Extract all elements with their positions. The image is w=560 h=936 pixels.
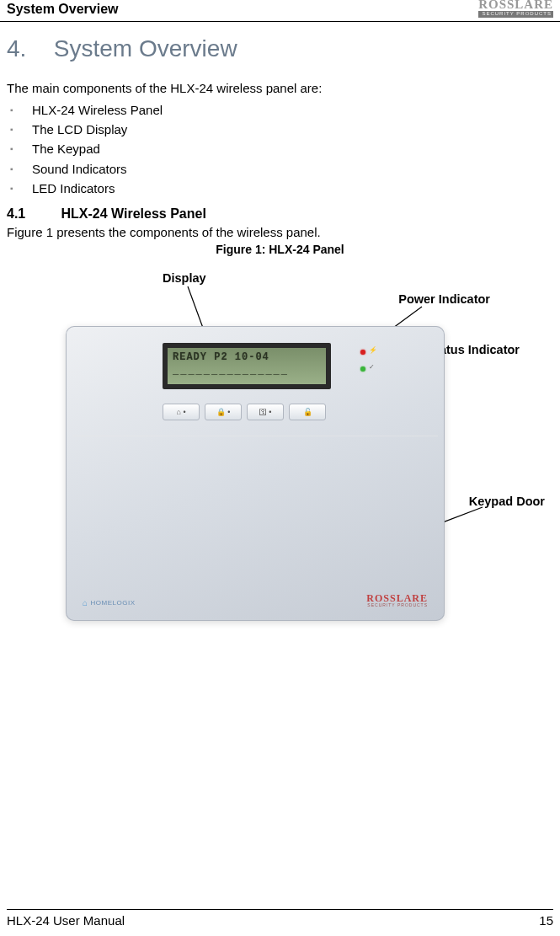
- chapter-heading: 4. System Overview: [7, 35, 553, 62]
- house-icon: ⌂: [83, 598, 88, 607]
- panel-brand-left-text: HOMELOGIX: [91, 599, 136, 607]
- list-item: LED Indicators: [8, 179, 553, 198]
- unlock-button-icon: 🔓: [289, 404, 326, 420]
- footer-page-number: 15: [539, 913, 553, 928]
- annotation-display: Display: [163, 271, 206, 285]
- page-content: 4. System Overview The main components o…: [0, 22, 560, 676]
- page-header: System Overview ROSSLARE SECURITY PRODUC…: [0, 0, 560, 22]
- footer-manual-name: HLX-24 User Manual: [7, 913, 125, 928]
- lcd-line-2: _______________: [173, 365, 321, 378]
- chapter-number: 4.: [7, 35, 47, 62]
- subsection-title: HLX-24 Wireless Panel: [61, 206, 205, 221]
- list-item: Sound Indicators: [8, 159, 553, 179]
- key-button-icon: ⚿ •: [247, 404, 284, 420]
- home-arm-button-icon: ⌂ •: [163, 404, 200, 420]
- logo-brand-tagline: SECURITY PRODUCTS: [478, 11, 553, 18]
- components-list: HLX-24 Wireless Panel The LCD Display Th…: [8, 100, 553, 198]
- panel-brand-left: ⌂ HOMELOGIX: [83, 598, 136, 607]
- plug-icon: ⚡: [369, 346, 377, 354]
- panel-brand-right: ROSSLARE SECURITY PRODUCTS: [366, 593, 428, 607]
- status-led-icon: [360, 366, 365, 372]
- lcd-screen: READY P2 10-04 _______________: [168, 348, 326, 384]
- page-footer: HLX-24 User Manual 15: [7, 909, 553, 928]
- subsection-intro: Figure 1 presents the components of the …: [7, 225, 553, 239]
- chapter-title: System Overview: [54, 35, 237, 62]
- annotation-keypad-door: Keypad Door: [469, 495, 545, 508]
- lcd-line-1: READY P2 10-04: [173, 351, 321, 365]
- list-item: HLX-24 Wireless Panel: [8, 100, 553, 120]
- device-panel-illustration: READY P2 10-04 _______________ ⚡ ✓ ⌂ • 🔒…: [66, 326, 445, 621]
- intro-paragraph: The main components of the HLX-24 wirele…: [7, 81, 553, 95]
- lock-button-icon: 🔒 •: [205, 404, 242, 420]
- subsection-heading: 4.1 HLX-24 Wireless Panel: [7, 206, 553, 222]
- list-item: The Keypad: [8, 139, 553, 158]
- list-item: The LCD Display: [8, 120, 553, 139]
- subsection-number: 4.1: [7, 206, 57, 222]
- lcd-frame: READY P2 10-04 _______________: [163, 343, 331, 389]
- figure-caption: Figure 1: HLX-24 Panel: [7, 243, 553, 256]
- header-brand-logo: ROSSLARE SECURITY PRODUCTS: [478, 0, 553, 18]
- power-led-icon: [360, 350, 365, 355]
- keypad-door-seam: [72, 436, 438, 436]
- header-section-title: System Overview: [7, 2, 119, 17]
- checkmark-icon: ✓: [369, 363, 375, 371]
- logo-brand-name: ROSSLARE: [478, 0, 553, 11]
- annotation-power-indicator: Power Indicator: [398, 292, 490, 306]
- panel-button-row: ⌂ • 🔒 • ⚿ • 🔓: [163, 404, 326, 420]
- panel-brand-right-tagline: SECURITY PRODUCTS: [366, 603, 428, 607]
- figure-container: Display Power Indicator Status Indicator…: [24, 271, 536, 676]
